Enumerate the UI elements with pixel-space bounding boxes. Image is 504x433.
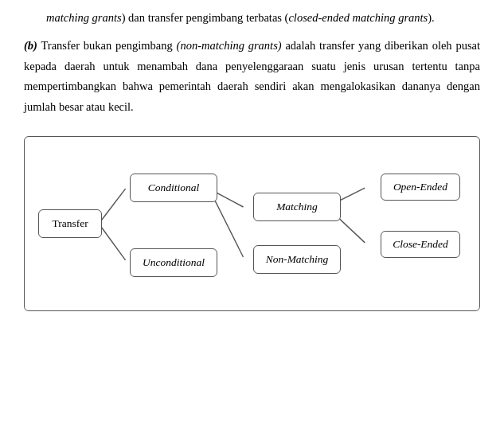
svg-line-0 xyxy=(99,189,125,224)
italic-closed-ended: closed-ended matching grants xyxy=(288,11,428,24)
italic-non-matching: (non-matching grants) xyxy=(177,39,282,52)
paragraph-b: (b) Transfer bukan pengimbang (non-match… xyxy=(24,36,480,117)
node-closeended: Close-Ended xyxy=(381,231,460,258)
svg-line-1 xyxy=(99,224,125,260)
text-section: matching grants) dan transfer pengimbang… xyxy=(24,0,480,135)
page: matching grants) dan transfer pengimbang… xyxy=(0,0,504,433)
diagram-section: Transfer Conditional Unconditional Match… xyxy=(24,136,480,311)
italic-matching-grants: matching grants xyxy=(46,11,122,24)
node-matching: Matching xyxy=(253,193,341,221)
node-unconditional: Unconditional xyxy=(130,248,217,277)
paragraph-continuation: matching grants) dan transfer pengimbang… xyxy=(24,8,480,28)
node-nonmatching: Non-Matching xyxy=(253,245,341,274)
node-transfer: Transfer xyxy=(38,209,102,238)
label-b-em: (b) xyxy=(24,39,37,52)
node-openended: Open-Ended xyxy=(381,174,460,201)
node-conditional: Conditional xyxy=(130,174,217,202)
diagram-inner: Transfer Conditional Unconditional Match… xyxy=(34,151,470,296)
label-b: (b) xyxy=(24,39,37,52)
